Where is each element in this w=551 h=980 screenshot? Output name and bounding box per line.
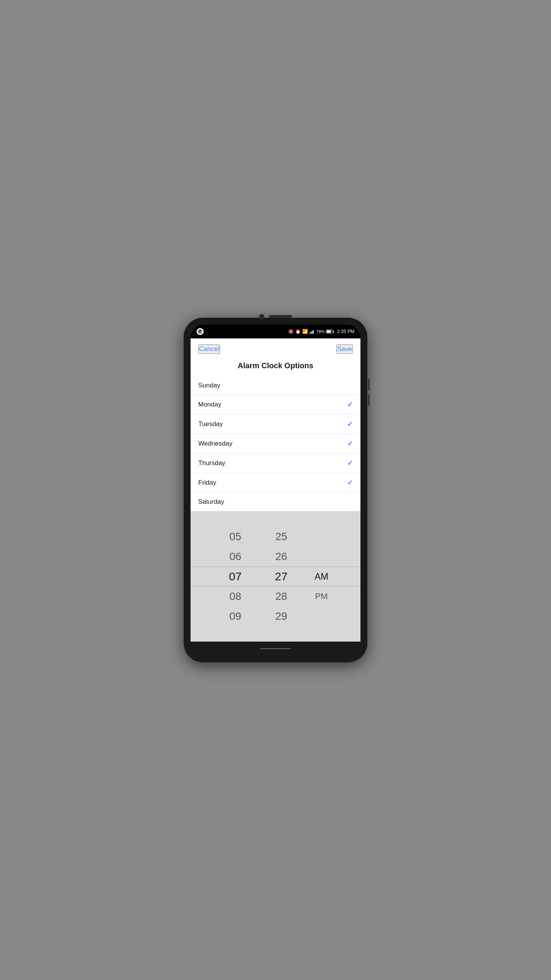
- minutes-column[interactable]: 25 26 27 28 29: [258, 527, 304, 626]
- alarm-status-icon: ⏰: [295, 329, 301, 334]
- picker-empty-1: [304, 527, 339, 547]
- check-monday: ✓: [347, 400, 353, 409]
- time-picker[interactable]: 05 06 07 08 09 25 26 27 28 29: [191, 511, 360, 642]
- day-item-thursday[interactable]: Thursday ✓: [191, 454, 360, 473]
- status-left: W: [197, 328, 204, 335]
- hours-column[interactable]: 05 06 07 08 09: [212, 527, 258, 626]
- min-29: 29: [258, 606, 304, 626]
- ampm-column[interactable]: AM PM: [304, 527, 339, 626]
- days-list: Sunday Monday ✓ Tuesday ✓ Wednesday ✓: [191, 376, 360, 511]
- ampm-pm: PM: [304, 586, 339, 606]
- min-25: 25: [258, 527, 304, 547]
- hour-08: 08: [212, 586, 258, 606]
- wifi-icon: 📶: [302, 329, 308, 334]
- action-bar: Cancel Save: [191, 338, 360, 358]
- day-label-saturday: Saturday: [198, 498, 224, 506]
- status-time: 2:35 PM: [337, 329, 354, 334]
- day-item-tuesday[interactable]: Tuesday ✓: [191, 415, 360, 434]
- home-indicator: [260, 648, 291, 649]
- phone-frame: W 🔇 ⏰ 📶 78%: [184, 318, 367, 662]
- svg-text:W: W: [199, 330, 202, 333]
- phone-screen: W 🔇 ⏰ 📶 78%: [191, 325, 360, 655]
- save-button[interactable]: Save: [336, 345, 353, 354]
- day-label-monday: Monday: [198, 401, 221, 408]
- day-label-thursday: Thursday: [198, 459, 225, 467]
- hour-09: 09: [212, 606, 258, 626]
- picker-empty-3: [304, 606, 339, 626]
- check-tuesday: ✓: [347, 420, 353, 428]
- check-thursday: ✓: [347, 459, 353, 467]
- cancel-button[interactable]: Cancel: [198, 345, 220, 354]
- min-26: 26: [258, 547, 304, 567]
- min-27: 27: [258, 567, 304, 586]
- picker-empty-2: [304, 547, 339, 567]
- bottom-bar: [191, 642, 360, 655]
- speaker: [269, 315, 292, 318]
- check-wednesday: ✓: [347, 439, 353, 448]
- camera: [259, 314, 264, 319]
- signal-icon: [310, 329, 314, 334]
- hour-07: 07: [212, 567, 258, 586]
- status-right: 🔇 ⏰ 📶 78%: [288, 329, 354, 334]
- day-item-friday[interactable]: Friday ✓: [191, 473, 360, 493]
- picker-columns: 05 06 07 08 09 25 26 27 28 29: [191, 511, 360, 642]
- day-label-sunday: Sunday: [198, 382, 220, 389]
- screen-content: Cancel Save Alarm Clock Options Sunday M…: [191, 338, 360, 642]
- check-friday: ✓: [347, 479, 353, 487]
- day-label-wednesday: Wednesday: [198, 440, 232, 448]
- hour-05: 05: [212, 527, 258, 547]
- volume-down-button[interactable]: [368, 394, 370, 406]
- battery-percentage: 78%: [316, 329, 324, 334]
- min-28: 28: [258, 586, 304, 606]
- volume-up-button[interactable]: [368, 379, 370, 390]
- day-label-friday: Friday: [198, 479, 216, 487]
- day-item-sunday[interactable]: Sunday: [191, 376, 360, 395]
- wechat-icon: W: [197, 328, 204, 335]
- battery-icon: [326, 330, 334, 333]
- day-label-tuesday: Tuesday: [198, 420, 223, 428]
- status-bar: W 🔇 ⏰ 📶 78%: [191, 325, 360, 338]
- page-title: Alarm Clock Options: [191, 358, 360, 376]
- mute-icon: 🔇: [288, 329, 294, 334]
- day-item-wednesday[interactable]: Wednesday ✓: [191, 434, 360, 454]
- hour-06: 06: [212, 547, 258, 567]
- day-item-monday[interactable]: Monday ✓: [191, 395, 360, 415]
- ampm-am: AM: [304, 567, 339, 586]
- day-item-saturday[interactable]: Saturday: [191, 493, 360, 511]
